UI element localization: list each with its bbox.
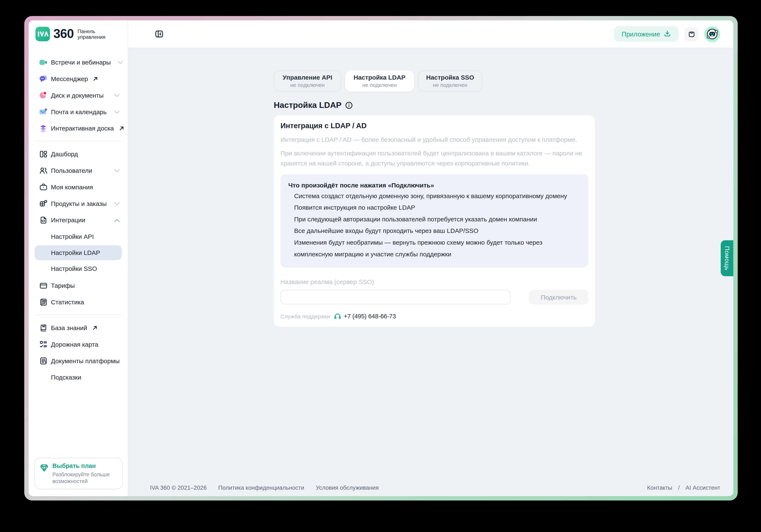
realm-input-label: Название реалма (сервер SSO)	[281, 278, 588, 285]
book-icon	[39, 324, 47, 332]
logo[interactable]: 360 Панель управления	[29, 20, 128, 48]
external-link-icon	[92, 325, 97, 330]
download-icon	[664, 30, 671, 38]
external-link-icon	[119, 126, 124, 131]
footer-contacts-link[interactable]: Контакты	[647, 485, 672, 491]
sidebar-item-users[interactable]: Пользователи	[29, 162, 128, 179]
info-box-item: Система создаст отдельную доменную зону,…	[288, 190, 580, 202]
products-grid-icon	[39, 199, 47, 208]
sidebar: 360 Панель управления Встречи и вебинары	[29, 20, 128, 496]
sidebar-item-label: Мессенджер	[51, 75, 88, 82]
diamond-icon	[40, 463, 49, 485]
sidebar-item-roadmap[interactable]: Дорожная карта	[29, 336, 128, 352]
dashboard-icon	[39, 149, 47, 158]
sidebar-item-label: Продукты и заказы	[51, 200, 107, 207]
info-box-item: Изменения будут необратимы — вернуть пре…	[288, 237, 580, 260]
sidebar-item-meetings[interactable]: Встречи и вебинары	[29, 54, 128, 70]
footer-terms-link[interactable]: Условия обслуживания	[316, 485, 379, 491]
video-camera-icon	[39, 58, 47, 67]
sidebar-item-label: Пользователи	[51, 167, 92, 174]
page-title-row: Настройка LDAP	[274, 100, 733, 110]
sidebar-item-disk[interactable]: Диск и документы	[29, 87, 128, 103]
help-tab[interactable]: Помощь	[721, 240, 733, 276]
chevron-down-icon	[114, 167, 120, 174]
plan-title: Выбрать план	[52, 463, 117, 469]
sidebar-subitem-label: Настройки SSO	[51, 265, 97, 272]
sidebar-item-company[interactable]: Моя компания	[29, 179, 128, 195]
sidebar-item-tariffs[interactable]: Тарифы	[29, 277, 128, 294]
tab-label: Управление API	[274, 74, 341, 81]
pie-chart-icon	[39, 91, 47, 99]
iva-logo-icon	[35, 27, 50, 41]
sidebar-item-knowledge-base[interactable]: База знаний	[29, 320, 128, 336]
info-box-title: Что произойдёт после нажатия «Подключить…	[288, 181, 580, 190]
brand-subtitle: Панель управления	[78, 28, 105, 40]
users-icon	[39, 166, 47, 175]
app-window: 360 Панель управления Встречи и вебинары	[29, 20, 733, 496]
external-link-icon	[93, 76, 98, 81]
chevron-down-icon	[114, 91, 120, 99]
main-area: Приложение	[128, 20, 733, 496]
connect-button[interactable]: Подключить	[529, 290, 588, 305]
sidebar-subitem-ldap-settings[interactable]: Настройки LDAP	[34, 245, 122, 260]
realm-input-row: Подключить	[281, 290, 588, 305]
ai-assistant-avatar[interactable]	[704, 26, 720, 42]
info-box-item: Появится инструкция по настройке LDAP	[288, 202, 580, 214]
marketplace-bag-button[interactable]	[684, 27, 698, 41]
mail-icon	[39, 107, 47, 116]
tab-sso-settings[interactable]: Настройка SSO не подключен	[418, 70, 482, 92]
tab-status: не подключен	[274, 82, 341, 88]
support-phone[interactable]: +7 (495) 648-66-73	[344, 313, 396, 320]
sidebar-item-label: Диск и документы	[51, 91, 103, 99]
screen: 360 Панель управления Встречи и вебинары	[0, 0, 761, 532]
brand-product: 360	[53, 26, 74, 41]
sidebar-item-dashboard[interactable]: Дашборд	[29, 146, 128, 162]
chat-bubbles-icon	[39, 74, 47, 83]
sidebar-item-label: Дашборд	[51, 150, 78, 157]
sidebar-item-statistics[interactable]: Статистика	[29, 294, 128, 310]
info-box-item: Все дальнейшие входы будут проходить чер…	[288, 225, 580, 237]
connect-info-box: Что произойдёт после нажатия «Подключить…	[281, 174, 588, 267]
collapse-sidebar-button[interactable]	[153, 28, 165, 40]
realm-input[interactable]	[281, 290, 511, 305]
sidebar-item-label: Статистика	[51, 298, 84, 306]
card-title: Интеграция с LDAP / AD	[281, 121, 588, 130]
sidebar-item-mail[interactable]: Почта и календарь	[29, 103, 128, 120]
sidebar-item-hints[interactable]: Подсказки	[29, 369, 128, 385]
briefcase-icon	[39, 182, 47, 191]
tab-ldap-settings[interactable]: Настройка LDAP не подключен	[345, 70, 414, 92]
sidebar-subitem-sso-settings[interactable]: Настройки SSO	[34, 261, 122, 276]
footer-ai-assistant-link[interactable]: AI Ассистент	[686, 485, 720, 491]
choose-plan-card[interactable]: Выбрать план Разблокируйте больше возмож…	[34, 458, 123, 489]
sidebar-item-label: Подсказки	[51, 374, 81, 381]
info-icon[interactable]	[345, 101, 353, 109]
sidebar-item-platform-docs[interactable]: Документы платформы	[29, 352, 128, 369]
library-icon	[39, 356, 47, 365]
code-file-icon	[39, 215, 47, 224]
plan-subtitle: Разблокируйте больше возможностей	[52, 471, 117, 485]
app-button-label: Приложение	[621, 30, 660, 38]
content: Управление API не подключен Настройка LD…	[128, 47, 733, 496]
footer-separator: /	[678, 485, 680, 491]
sidebar-item-integrations[interactable]: Интеграции	[29, 211, 128, 228]
tab-api-management[interactable]: Управление API не подключен	[274, 70, 341, 92]
sidebar-item-label: База знаний	[51, 324, 87, 331]
chevron-down-icon	[114, 200, 120, 207]
sidebar-subitem-api-settings[interactable]: Настройки API	[34, 229, 122, 244]
ldap-card: Интеграция с LDAP / AD Интеграция с LDAP…	[274, 115, 595, 326]
headset-icon	[334, 313, 341, 320]
sidebar-item-products[interactable]: Продукты и заказы	[29, 195, 128, 212]
sidebar-item-whiteboard[interactable]: Интерактивная доска	[29, 120, 128, 136]
sidebar-nav: Встречи и вебинары Мессенджер	[29, 48, 128, 458]
sidebar-item-label: Дорожная карта	[51, 340, 98, 348]
footer-copyright: IVA 360 © 2021–2026	[150, 485, 207, 491]
card-intro-2: При включении аутентификация пользовател…	[281, 148, 588, 168]
sidebar-item-messenger[interactable]: Мессенджер	[29, 70, 128, 87]
app-download-button[interactable]: Приложение	[614, 26, 678, 42]
footer-privacy-link[interactable]: Политика конфиденциальности	[218, 485, 304, 491]
chevron-up-icon	[114, 216, 120, 223]
topbar: Приложение	[128, 20, 733, 47]
integration-tabs: Управление API не подключен Настройка LD…	[274, 70, 733, 92]
sidebar-item-label: Моя компания	[51, 183, 93, 191]
sidebar-item-label: Документы платформы	[51, 357, 120, 364]
